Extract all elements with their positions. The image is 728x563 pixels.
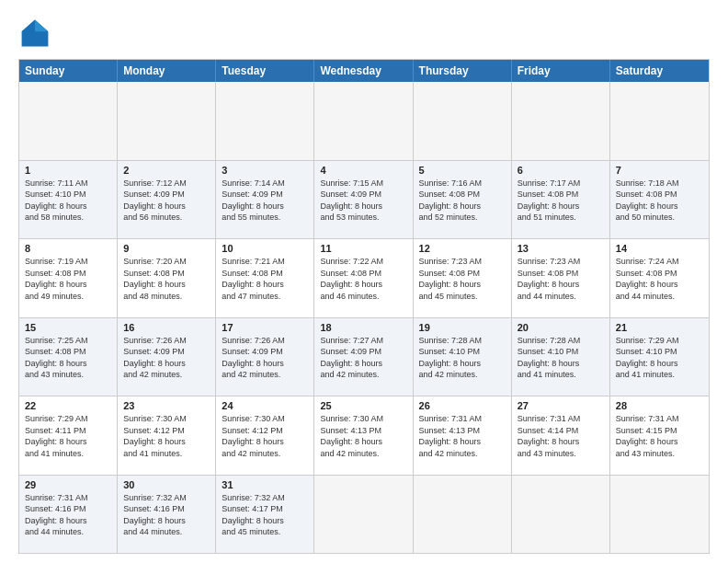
day-number: 24 <box>222 400 308 411</box>
calendar: SundayMondayTuesdayWednesdayThursdayFrid… <box>18 59 710 554</box>
cell-info: Sunrise: 7:29 AM Sunset: 4:10 PM Dayligh… <box>616 335 703 381</box>
day-number: 1 <box>25 165 111 176</box>
day-number: 6 <box>518 165 604 176</box>
cell-info: Sunrise: 7:20 AM Sunset: 4:08 PM Dayligh… <box>123 256 210 302</box>
calendar-cell: 7Sunrise: 7:18 AM Sunset: 4:08 PM Daylig… <box>610 161 709 239</box>
day-number: 12 <box>419 243 506 254</box>
cell-info: Sunrise: 7:18 AM Sunset: 4:08 PM Dayligh… <box>616 178 703 224</box>
cell-info: Sunrise: 7:19 AM Sunset: 4:08 PM Dayligh… <box>25 256 111 302</box>
cell-info: Sunrise: 7:31 AM Sunset: 4:13 PM Dayligh… <box>419 413 506 459</box>
day-number: 8 <box>25 243 111 254</box>
logo-icon <box>18 17 51 50</box>
day-number: 16 <box>123 322 210 333</box>
day-number: 7 <box>616 165 703 176</box>
calendar-cell: 29Sunrise: 7:31 AM Sunset: 4:16 PM Dayli… <box>19 476 118 554</box>
cell-info: Sunrise: 7:17 AM Sunset: 4:08 PM Dayligh… <box>518 178 604 224</box>
calendar-cell: 27Sunrise: 7:31 AM Sunset: 4:14 PM Dayli… <box>512 396 610 475</box>
cell-info: Sunrise: 7:30 AM Sunset: 4:12 PM Dayligh… <box>123 413 210 459</box>
calendar-cell: 19Sunrise: 7:28 AM Sunset: 4:10 PM Dayli… <box>414 318 512 396</box>
logo <box>18 17 57 50</box>
calendar-cell <box>216 82 314 160</box>
calendar-cell: 20Sunrise: 7:28 AM Sunset: 4:10 PM Dayli… <box>512 318 610 396</box>
day-number: 28 <box>616 400 703 411</box>
calendar-cell <box>414 82 512 160</box>
cell-info: Sunrise: 7:16 AM Sunset: 4:08 PM Dayligh… <box>419 178 506 224</box>
day-number: 18 <box>320 322 406 333</box>
day-number: 25 <box>320 400 406 411</box>
calendar-cell: 17Sunrise: 7:26 AM Sunset: 4:09 PM Dayli… <box>216 318 314 396</box>
page: SundayMondayTuesdayWednesdayThursdayFrid… <box>0 0 728 563</box>
cell-info: Sunrise: 7:24 AM Sunset: 4:08 PM Dayligh… <box>616 256 703 302</box>
calendar-cell: 2Sunrise: 7:12 AM Sunset: 4:09 PM Daylig… <box>118 161 216 239</box>
header-day-monday: Monday <box>118 60 216 82</box>
calendar-cell: 3Sunrise: 7:14 AM Sunset: 4:09 PM Daylig… <box>216 161 314 239</box>
day-number: 13 <box>518 243 604 254</box>
day-number: 17 <box>222 322 308 333</box>
day-number: 26 <box>419 400 506 411</box>
day-number: 22 <box>25 400 111 411</box>
calendar-row-3: 15Sunrise: 7:25 AM Sunset: 4:08 PM Dayli… <box>19 317 709 396</box>
calendar-cell: 8Sunrise: 7:19 AM Sunset: 4:08 PM Daylig… <box>19 239 118 317</box>
calendar-cell <box>414 476 512 554</box>
cell-info: Sunrise: 7:28 AM Sunset: 4:10 PM Dayligh… <box>518 335 604 381</box>
cell-info: Sunrise: 7:28 AM Sunset: 4:10 PM Dayligh… <box>419 335 506 381</box>
calendar-cell: 4Sunrise: 7:15 AM Sunset: 4:09 PM Daylig… <box>314 161 413 239</box>
calendar-row-4: 22Sunrise: 7:29 AM Sunset: 4:11 PM Dayli… <box>19 396 709 475</box>
calendar-cell: 28Sunrise: 7:31 AM Sunset: 4:15 PM Dayli… <box>610 396 709 475</box>
calendar-cell: 22Sunrise: 7:29 AM Sunset: 4:11 PM Dayli… <box>19 396 118 475</box>
day-number: 10 <box>222 243 308 254</box>
calendar-body: 1Sunrise: 7:11 AM Sunset: 4:10 PM Daylig… <box>19 82 709 553</box>
calendar-cell <box>314 476 413 554</box>
calendar-row-0 <box>19 82 709 160</box>
cell-info: Sunrise: 7:15 AM Sunset: 4:09 PM Dayligh… <box>320 178 406 224</box>
header <box>18 17 710 50</box>
day-number: 27 <box>518 400 604 411</box>
cell-info: Sunrise: 7:22 AM Sunset: 4:08 PM Dayligh… <box>320 256 406 302</box>
cell-info: Sunrise: 7:31 AM Sunset: 4:15 PM Dayligh… <box>616 413 703 459</box>
calendar-header: SundayMondayTuesdayWednesdayThursdayFrid… <box>19 60 709 82</box>
header-day-saturday: Saturday <box>610 60 709 82</box>
calendar-cell <box>314 82 413 160</box>
calendar-cell: 12Sunrise: 7:23 AM Sunset: 4:08 PM Dayli… <box>414 239 512 317</box>
day-number: 3 <box>222 165 308 176</box>
calendar-cell: 13Sunrise: 7:23 AM Sunset: 4:08 PM Dayli… <box>512 239 610 317</box>
day-number: 21 <box>616 322 703 333</box>
day-number: 2 <box>123 165 210 176</box>
day-number: 20 <box>518 322 604 333</box>
day-number: 14 <box>616 243 703 254</box>
header-day-sunday: Sunday <box>19 60 118 82</box>
calendar-cell <box>118 82 216 160</box>
calendar-cell: 16Sunrise: 7:26 AM Sunset: 4:09 PM Dayli… <box>118 318 216 396</box>
day-number: 29 <box>25 479 111 490</box>
cell-info: Sunrise: 7:29 AM Sunset: 4:11 PM Dayligh… <box>25 413 111 459</box>
cell-info: Sunrise: 7:27 AM Sunset: 4:09 PM Dayligh… <box>320 335 406 381</box>
day-number: 30 <box>123 479 210 490</box>
header-day-friday: Friday <box>512 60 610 82</box>
calendar-cell: 10Sunrise: 7:21 AM Sunset: 4:08 PM Dayli… <box>216 239 314 317</box>
cell-info: Sunrise: 7:23 AM Sunset: 4:08 PM Dayligh… <box>419 256 506 302</box>
cell-info: Sunrise: 7:30 AM Sunset: 4:13 PM Dayligh… <box>320 413 406 459</box>
calendar-cell: 25Sunrise: 7:30 AM Sunset: 4:13 PM Dayli… <box>314 396 413 475</box>
header-day-tuesday: Tuesday <box>216 60 314 82</box>
day-number: 31 <box>222 479 308 490</box>
cell-info: Sunrise: 7:23 AM Sunset: 4:08 PM Dayligh… <box>518 256 604 302</box>
calendar-cell: 24Sunrise: 7:30 AM Sunset: 4:12 PM Dayli… <box>216 396 314 475</box>
calendar-cell: 21Sunrise: 7:29 AM Sunset: 4:10 PM Dayli… <box>610 318 709 396</box>
cell-info: Sunrise: 7:14 AM Sunset: 4:09 PM Dayligh… <box>222 178 308 224</box>
cell-info: Sunrise: 7:31 AM Sunset: 4:14 PM Dayligh… <box>518 413 604 459</box>
day-number: 19 <box>419 322 506 333</box>
day-number: 23 <box>123 400 210 411</box>
calendar-cell <box>610 476 709 554</box>
calendar-cell: 15Sunrise: 7:25 AM Sunset: 4:08 PM Dayli… <box>19 318 118 396</box>
day-number: 9 <box>123 243 210 254</box>
calendar-cell: 11Sunrise: 7:22 AM Sunset: 4:08 PM Dayli… <box>314 239 413 317</box>
cell-info: Sunrise: 7:21 AM Sunset: 4:08 PM Dayligh… <box>222 256 308 302</box>
calendar-cell <box>19 82 118 160</box>
header-day-thursday: Thursday <box>414 60 512 82</box>
cell-info: Sunrise: 7:32 AM Sunset: 4:16 PM Dayligh… <box>123 492 210 538</box>
day-number: 5 <box>419 165 506 176</box>
calendar-cell: 6Sunrise: 7:17 AM Sunset: 4:08 PM Daylig… <box>512 161 610 239</box>
cell-info: Sunrise: 7:30 AM Sunset: 4:12 PM Dayligh… <box>222 413 308 459</box>
calendar-cell: 1Sunrise: 7:11 AM Sunset: 4:10 PM Daylig… <box>19 161 118 239</box>
calendar-cell: 23Sunrise: 7:30 AM Sunset: 4:12 PM Dayli… <box>118 396 216 475</box>
